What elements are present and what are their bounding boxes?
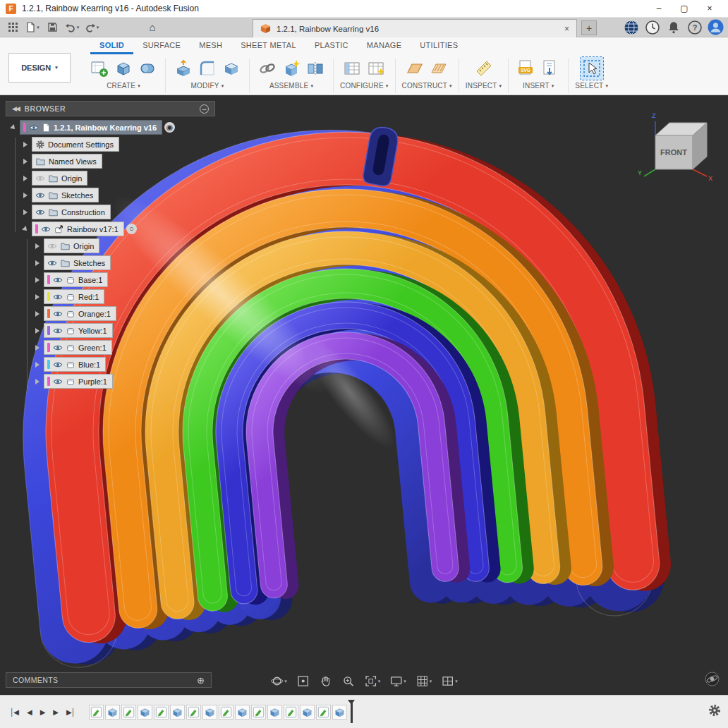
app-grid-icon[interactable] [4,19,21,35]
expander-icon[interactable] [35,311,40,317]
expander-icon[interactable] [10,124,17,131]
timeline-play-button[interactable]: ▶ [37,706,48,718]
web-icon[interactable] [623,19,639,35]
group-dropdown-insert[interactable]: INSERT▾ [523,82,554,90]
group-dropdown-construct[interactable]: CONSTRUCT▾ [402,82,452,90]
viewcube[interactable]: Z FRONT Y X [636,109,715,183]
display-settings-button[interactable]: ▾ [388,673,408,689]
group-dropdown-create[interactable]: CREATE▾ [107,82,140,90]
browser-item-named-views[interactable]: Named Views [32,154,102,169]
create-box-button[interactable] [112,57,135,80]
expander-icon[interactable] [23,142,28,147]
visibility-eye-off-icon[interactable] [35,174,45,183]
expander-icon[interactable] [35,328,40,334]
tab-sheet-metal[interactable]: SHEET METAL [231,38,305,54]
visibility-eye-off-icon[interactable] [47,241,57,251]
measure-button[interactable] [473,57,495,80]
expander-icon[interactable] [35,379,40,384]
timeline-feature-extrude-14[interactable] [300,705,315,720]
visibility-eye-icon[interactable] [47,258,57,268]
tab-utilities[interactable]: UTILITIES [411,38,467,54]
visibility-eye-icon[interactable] [41,224,51,234]
undo-icon[interactable]: ▾ [63,19,80,35]
create-form-button[interactable] [136,57,159,80]
timeline-feature-extrude-16[interactable] [332,705,347,720]
timeline-playhead[interactable] [351,700,353,723]
configuration-button[interactable] [365,57,387,80]
notifications-icon[interactable] [665,19,681,35]
expander-icon[interactable] [23,193,28,198]
visibility-eye-icon[interactable] [53,292,63,302]
browser-item-purple-1[interactable]: Purple:1 [44,374,113,389]
shell-button[interactable] [220,57,243,80]
construct-angle-button[interactable] [427,57,450,80]
construct-plane-button[interactable] [404,57,426,80]
browser-item-red-1[interactable]: Red:1 [44,289,104,304]
press-pull-button[interactable] [172,57,195,80]
expander-icon[interactable] [23,210,28,215]
expander-icon[interactable] [23,176,28,181]
group-dropdown-modify[interactable]: MODIFY▾ [191,82,224,90]
browser-item-base-1[interactable]: Base:1 [44,272,108,287]
timeline-feature-extrude-6[interactable] [170,705,185,720]
look-at-button[interactable] [295,673,311,689]
configure-table-button[interactable] [341,57,363,80]
visibility-eye-icon[interactable] [35,207,45,217]
zoom-button[interactable] [340,673,356,689]
insert-derive-button[interactable] [539,57,562,80]
expander-icon[interactable] [23,159,28,164]
expander-icon[interactable] [35,362,40,368]
document-tab[interactable]: 1.2.1, Rainbow Kearring v16 × [253,19,577,37]
tab-manage[interactable]: MANAGE [358,38,411,54]
close-button[interactable]: × [697,0,722,17]
visibility-eye-icon[interactable] [53,309,63,319]
timeline-feature-extrude-4[interactable] [138,705,152,720]
orbit-status-icon[interactable] [705,672,720,689]
browser-item-construction[interactable]: Construction [32,205,111,219]
timeline-feature-sketch-5[interactable] [154,705,169,720]
group-dropdown-assemble[interactable]: ASSEMBLE▾ [269,82,313,90]
timeline-feature-sketch-7[interactable] [186,705,201,720]
create-sketch-button[interactable] [88,57,111,80]
browser-item-yellow-1[interactable]: Yellow:1 [44,323,113,338]
timeline-feature-extrude-2[interactable] [105,705,120,720]
browser-item-rainbow-v17-1[interactable]: Rainbow v17:1 [32,222,124,236]
tab-surface[interactable]: SURFACE [133,38,190,54]
expander-icon[interactable] [35,260,40,266]
timeline-feature-extrude-8[interactable] [202,705,217,720]
browser-item-sketches[interactable]: Sketches [32,188,99,202]
grid-button[interactable]: ▾ [414,673,434,689]
browser-item-orange-1[interactable]: Orange:1 [44,306,116,321]
browser-item-origin[interactable]: Origin [44,238,99,253]
comments-expand-icon[interactable]: ⊕ [197,675,205,686]
browser-item-document-settings[interactable]: Document Settings [32,137,119,152]
tab-plastic[interactable]: PLASTIC [305,38,358,54]
browser-item-origin[interactable]: Origin [32,171,87,186]
comments-bar[interactable]: COMMENTS ⊕ [6,672,212,688]
save-icon[interactable] [44,19,61,35]
timeline-step-forward-button[interactable]: ▶ [50,706,61,718]
tab-mesh[interactable]: MESH [190,38,231,54]
timeline-feature-sketch-1[interactable] [89,705,104,720]
insert-svg-button[interactable]: SVG [515,57,538,80]
visibility-eye-icon[interactable] [35,190,45,200]
browser-item-1-2-1-rainbow-kearring-v16[interactable]: 1.2.1, Rainbow Kearring v16 [20,120,162,135]
redo-icon[interactable]: ▾ [83,19,100,35]
document-tab-close-icon[interactable]: × [564,24,569,34]
expander-icon[interactable] [35,243,40,249]
activate-component-radio[interactable]: ◉ [164,122,175,133]
browser-item-blue-1[interactable]: Blue:1 [44,357,106,372]
pan-hand-button[interactable] [317,673,334,689]
collapse-panel-icon[interactable]: ◀◀ [12,105,19,112]
select-cursor-button[interactable] [581,57,603,80]
timeline-feature-sketch-13[interactable] [284,705,298,720]
expander-icon[interactable] [35,345,40,351]
visibility-eye-icon[interactable] [53,326,63,336]
visibility-eye-icon[interactable] [53,360,63,370]
viewport-3d[interactable]: Z FRONT Y X ◀◀ BROWSER – 1.2.1, Rainbow … [0,95,728,695]
fillet-button[interactable] [196,57,219,80]
home-icon[interactable]: ⌂ [142,19,162,35]
visibility-eye-icon[interactable] [29,123,39,133]
timeline-feature-sketch-15[interactable] [316,705,331,720]
align-button[interactable] [304,57,327,80]
